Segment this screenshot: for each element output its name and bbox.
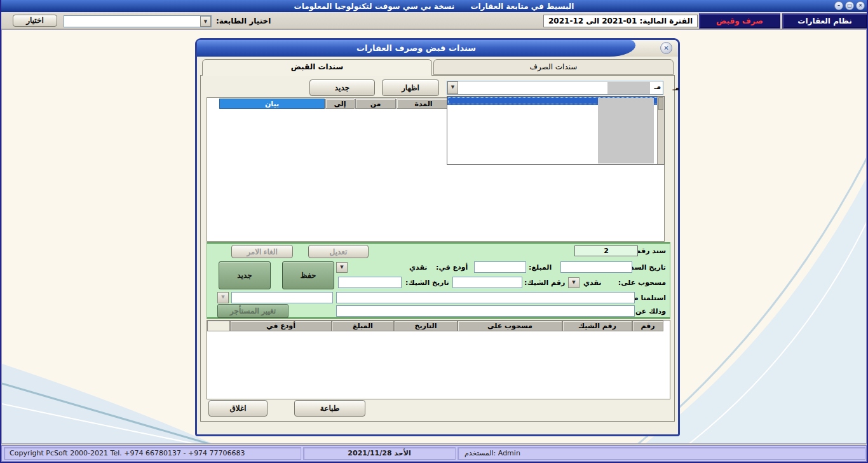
- property-select-value: مـ: [654, 83, 661, 91]
- close-dialog-button[interactable]: اغلاق: [208, 400, 268, 417]
- minimize-icon[interactable]: –: [834, 1, 843, 10]
- column-header-from[interactable]: من: [355, 99, 396, 109]
- tenant-code-input[interactable]: [231, 292, 333, 303]
- list-scrollbar[interactable]: [657, 97, 664, 164]
- new-voucher-button[interactable]: جديد: [219, 261, 271, 289]
- copyright-text: Copyright PcSoft 2000-2021 Tel. +974 667…: [4, 447, 301, 460]
- voucher-entry-panel: سند رقم: 2 تعديل الغاء الامر تاريخ السدا…: [207, 242, 670, 319]
- cancel-command-button[interactable]: الغاء الامر: [231, 245, 293, 258]
- tab-payment-vouchers[interactable]: سندات الصرف: [433, 59, 674, 75]
- chevron-down-icon[interactable]: ▼: [200, 16, 211, 27]
- chevron-down-icon[interactable]: ▼: [447, 81, 458, 94]
- for-what-label: وذلك عن:: [633, 307, 667, 315]
- redaction-box: [598, 98, 654, 163]
- statusbar-user: المستخدم: Admin: [458, 447, 865, 460]
- column-header-drawn-on[interactable]: مسحوب على: [458, 321, 562, 331]
- app-window: البسيط في متابعة العقارات نسخة بي سي سوف…: [0, 0, 868, 463]
- column-header-date[interactable]: التاريخ: [394, 321, 458, 331]
- statusbar-date: الأحد 2021/11/28: [303, 447, 456, 460]
- window-controls: – ▢ ✕: [834, 1, 865, 10]
- tab-exchange-receipts[interactable]: صرف وقبض العقارات: [699, 13, 780, 29]
- column-header-statement[interactable]: بيان: [219, 99, 325, 109]
- toolbar: اختيار ▼ اختيار الطابعة: الفترة المالية:…: [1, 12, 867, 29]
- change-tenant-button[interactable]: تغيير المستأجر: [217, 304, 288, 318]
- amount-label: المبلغ:: [529, 263, 552, 272]
- column-header-number[interactable]: رقم: [632, 321, 663, 331]
- received-from-input[interactable]: [336, 292, 635, 303]
- drawn-on-value: نقدي: [583, 279, 601, 287]
- voucher-number-field: 2: [574, 245, 638, 256]
- drawn-on-label: مسحوب على:: [618, 279, 666, 287]
- column-header-deposited-in[interactable]: أودع في: [230, 321, 332, 331]
- cheque-no-input[interactable]: [452, 277, 522, 288]
- new-search-button[interactable]: جديد: [309, 79, 375, 96]
- show-button[interactable]: اظهار: [382, 79, 439, 96]
- tenant-select[interactable]: ▼: [217, 292, 229, 303]
- dialog-close-icon[interactable]: ✕: [660, 42, 672, 54]
- column-header-blank[interactable]: [207, 321, 230, 331]
- close-icon[interactable]: ✕: [856, 1, 865, 10]
- vouchers-dialog: سندات قبض وصرف العقارات ✕ سندات الصرف سن…: [195, 38, 680, 436]
- deposited-in-label: أودع في:: [436, 263, 468, 272]
- cheque-date-label: تاريخ الشيك:: [405, 279, 449, 287]
- dialog-title: سندات قبض وصرف العقارات: [197, 40, 635, 57]
- choose-printer-button[interactable]: اختيار: [13, 15, 57, 27]
- redaction-box: [607, 82, 650, 94]
- for-what-input[interactable]: [336, 305, 635, 317]
- dialog-titlebar: سندات قبض وصرف العقارات ✕: [197, 40, 678, 57]
- column-header-amount[interactable]: المبلغ: [332, 321, 394, 331]
- edit-button[interactable]: تعديل: [308, 245, 369, 258]
- printer-label: اختيار الطابعة:: [216, 17, 271, 25]
- drawn-on-select[interactable]: ▼: [568, 277, 580, 288]
- scrollbar-thumb[interactable]: [658, 97, 663, 110]
- deposited-in-select[interactable]: ▼: [336, 262, 348, 273]
- cheques-table-header: أودع في المبلغ التاريخ مسحوب على رقم الش…: [207, 321, 670, 331]
- pay-date-input[interactable]: [560, 261, 632, 273]
- statusbar: Copyright PcSoft 2000-2021 Tel. +974 667…: [1, 445, 867, 462]
- clipped-label-fragment: مـ: [672, 84, 679, 92]
- print-button[interactable]: طباعة: [294, 400, 365, 417]
- maximize-icon[interactable]: ▢: [845, 1, 854, 10]
- column-header-cheque-no[interactable]: رقم الشيك: [562, 321, 632, 331]
- printer-select[interactable]: ▼: [64, 15, 212, 27]
- column-header-duration[interactable]: المدة: [397, 99, 451, 109]
- save-button[interactable]: حفظ: [282, 261, 334, 289]
- column-header-to[interactable]: إلى: [325, 99, 355, 109]
- fiscal-period-field: الفترة المالية: 01-2021 الى 12-2021: [543, 15, 698, 27]
- property-select[interactable]: ▼ مـ: [447, 81, 663, 95]
- deposited-in-value: نقدي: [409, 263, 427, 272]
- window-border-left: [0, 0, 1, 463]
- window-title: البسيط في متابعة العقارات نسخة بي سي سوف…: [294, 2, 574, 11]
- tab-property-system[interactable]: نظام العقارات: [782, 13, 867, 29]
- property-dropdown-list[interactable]: مج مج مج مج بنا ش شق بنا: [447, 96, 665, 165]
- window-titlebar: البسيط في متابعة العقارات نسخة بي سي سوف…: [0, 0, 868, 12]
- cheque-date-input[interactable]: [338, 277, 402, 288]
- amount-input[interactable]: [474, 261, 526, 273]
- tab-receipt-vouchers[interactable]: سندات القبض: [202, 59, 432, 76]
- cheques-table[interactable]: أودع في المبلغ التاريخ مسحوب على رقم الش…: [207, 320, 670, 399]
- cheque-no-label: رقم الشيك:: [524, 279, 565, 287]
